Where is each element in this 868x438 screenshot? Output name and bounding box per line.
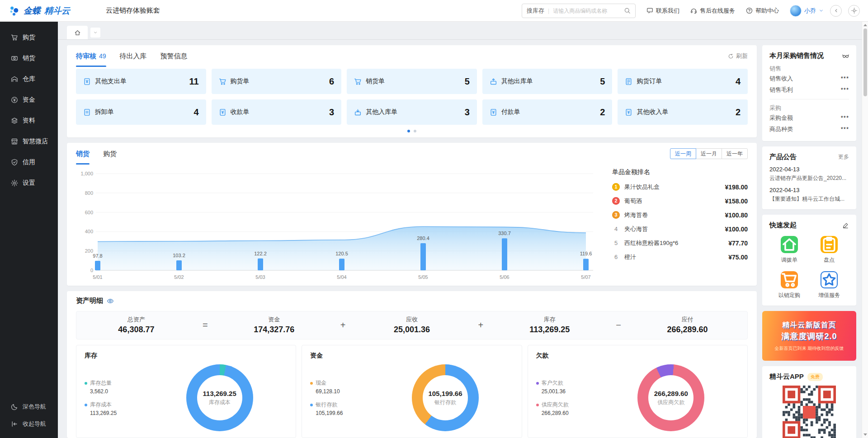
pager-dot-0[interactable] bbox=[407, 130, 410, 132]
search-category[interactable]: 搜库存 bbox=[527, 7, 544, 15]
sidebar-item-0[interactable]: 购货 bbox=[0, 27, 58, 48]
donut-center: 266,289.60 供应商欠款 bbox=[648, 375, 693, 420]
todo-tile-9[interactable]: 其他收入单 2 bbox=[618, 99, 748, 125]
svg-text:200: 200 bbox=[85, 248, 93, 254]
sidebar-item-label: 智慧微店 bbox=[23, 137, 48, 146]
scroll-down-arrow[interactable] bbox=[863, 433, 867, 436]
donut-center-label: 库存成本 bbox=[209, 399, 231, 406]
tile-label: 拆卸单 bbox=[95, 108, 114, 116]
panel-legend: 库存总量 3,562.0 库存成本 113,269.25 bbox=[85, 379, 151, 416]
medal-icon: 1 bbox=[612, 183, 620, 191]
todo-tile-2[interactable]: 销货单 5 bbox=[347, 69, 477, 94]
donut-center-label: 供应商欠款 bbox=[657, 399, 684, 406]
refresh-button[interactable]: 刷新 bbox=[728, 52, 748, 60]
todo-tab-0[interactable]: 待审核49 bbox=[76, 45, 106, 67]
ranking-row-1[interactable]: 2 葡萄酒 ¥158.00 bbox=[612, 194, 748, 208]
header-link-0[interactable]: 联系我们 bbox=[646, 7, 679, 15]
left-column: 待审核49待出入库预警信息 刷新 其他支出单 11 购货单 6 销货单 5 其他… bbox=[67, 45, 757, 438]
notice-text: 【重要通知】精斗云工作台城... bbox=[769, 195, 849, 203]
quick-action-1[interactable]: 盘点 bbox=[809, 236, 849, 264]
target-circle-button[interactable] bbox=[848, 5, 860, 17]
sidebar-item-label: 销货 bbox=[23, 54, 35, 62]
todo-tile-4[interactable]: 购货订单 4 bbox=[618, 69, 748, 94]
sales-tab-1[interactable]: 购货 bbox=[103, 143, 117, 165]
sidebar-item-label: 信用 bbox=[23, 158, 35, 166]
ranking-row-4[interactable]: 5 西红柿意粉酱190g*6 ¥77.70 bbox=[612, 236, 748, 250]
sidebar-item-4[interactable]: 资料 bbox=[0, 110, 58, 131]
quick-action-0[interactable]: 调拨单 bbox=[769, 236, 809, 264]
section-divider bbox=[769, 99, 849, 99]
todo-tile-5[interactable]: 拆卸单 4 bbox=[76, 99, 206, 125]
scroll-up-arrow[interactable] bbox=[863, 24, 867, 26]
notice-item-1[interactable]: 2022-04-13 【重要通知】精斗云工作台城... bbox=[769, 187, 849, 203]
todo-tab-1[interactable]: 待出入库 bbox=[120, 45, 147, 67]
todo-tab-2[interactable]: 预警信息 bbox=[160, 45, 188, 67]
avatar[interactable] bbox=[790, 5, 802, 17]
sidebar-footer-item-0[interactable]: 深色导航 bbox=[0, 398, 58, 415]
header-link-2[interactable]: 帮助中心 bbox=[746, 7, 779, 15]
more-link[interactable]: 更多 bbox=[838, 153, 849, 161]
stocktake-icon bbox=[821, 236, 838, 253]
scrollbar-thumb[interactable] bbox=[863, 28, 867, 96]
medal-icon: 3 bbox=[612, 211, 620, 219]
todo-tile-1[interactable]: 购货单 6 bbox=[212, 69, 342, 94]
box-out-icon bbox=[490, 78, 497, 85]
todo-tile-8[interactable]: 付款单 2 bbox=[482, 99, 613, 125]
account-title: 云进销存体验账套 bbox=[106, 6, 160, 15]
sidebar-item-3[interactable]: 资金 bbox=[0, 89, 58, 110]
question-icon bbox=[746, 7, 753, 14]
search-box[interactable]: 搜库存 | bbox=[522, 4, 636, 18]
sidebar-item-7[interactable]: 设置 bbox=[0, 173, 58, 193]
ranking-row-2[interactable]: 3 烤海苔卷 ¥100.80 bbox=[612, 208, 748, 222]
notice-item-0[interactable]: 2022-04-13 云进销存产品更新公告_20220... bbox=[769, 166, 849, 182]
eye-icon[interactable] bbox=[107, 297, 114, 305]
svg-text:97.8: 97.8 bbox=[93, 253, 102, 259]
range-button-0[interactable]: 近一周 bbox=[670, 148, 696, 159]
formula-item-0: 总资产 46,308.77 bbox=[76, 316, 196, 334]
sidebar-footer-item-1[interactable]: 收起导航 bbox=[0, 415, 58, 433]
legend-value: 69,128.10 bbox=[316, 388, 377, 395]
box-in-icon bbox=[354, 108, 362, 116]
pager-dot-1[interactable] bbox=[414, 130, 416, 132]
todo-tile-0[interactable]: 其他支出单 11 bbox=[76, 69, 206, 94]
qr-code-image bbox=[783, 386, 836, 438]
promo-banner[interactable]: 精斗云新版首页 满意度调研2.0 全新首页已到来 期待收到您的反馈 bbox=[762, 311, 856, 361]
sales-tab-0[interactable]: 销货 bbox=[76, 143, 90, 165]
ranking-row-0[interactable]: 1 果汁饮品礼盒 ¥198.00 bbox=[612, 180, 748, 194]
sidebar-item-6[interactable]: 信用 bbox=[0, 152, 58, 173]
svg-text:5/06: 5/06 bbox=[500, 274, 509, 280]
sidebar-item-1[interactable]: 销货 bbox=[0, 48, 58, 69]
sidebar-item-5[interactable]: 智慧微店 bbox=[0, 131, 58, 152]
search-input[interactable] bbox=[553, 8, 620, 14]
user-menu[interactable]: 小乔 bbox=[790, 5, 824, 17]
todo-tile-3[interactable]: 其他出库单 5 bbox=[482, 69, 613, 94]
app-logo[interactable]: 金蝶 精斗云 bbox=[8, 5, 76, 17]
sidebar-item-2[interactable]: 仓库 bbox=[0, 69, 58, 89]
ranking-row-5[interactable]: 6 橙汁 ¥75.00 bbox=[612, 250, 748, 264]
home-tab[interactable] bbox=[67, 26, 88, 39]
quick-action-3[interactable]: 增值服务 bbox=[809, 271, 849, 299]
tile-label: 其他收入单 bbox=[637, 108, 668, 116]
sidebar-footer-label: 深色导航 bbox=[23, 403, 46, 411]
section-heading: 采购 bbox=[769, 104, 849, 112]
quick-action-label: 以销定购 bbox=[778, 292, 800, 299]
back-circle-button[interactable] bbox=[830, 5, 842, 17]
header-link-1[interactable]: 售后在线服务 bbox=[690, 7, 735, 15]
range-button-1[interactable]: 近一月 bbox=[696, 148, 722, 159]
edit-icon[interactable] bbox=[842, 222, 849, 229]
notice-card: 产品公告 更多 2022-04-13 云进销存产品更新公告_20220... 2… bbox=[762, 146, 856, 209]
todo-tile-6[interactable]: 收款单 3 bbox=[212, 99, 342, 125]
search-icon[interactable] bbox=[624, 7, 631, 14]
free-badge: 免费 bbox=[807, 373, 823, 381]
glasses-icon[interactable] bbox=[842, 52, 849, 59]
tile-count: 6 bbox=[329, 76, 334, 87]
range-button-2[interactable]: 近一年 bbox=[722, 148, 748, 159]
quick-action-2[interactable]: 以销定购 bbox=[769, 271, 809, 299]
tab-dropdown-button[interactable] bbox=[90, 28, 100, 38]
content-area: 待审核49待出入库预警信息 刷新 其他支出单 11 购货单 6 销货单 5 其他… bbox=[58, 40, 862, 438]
todo-tile-7[interactable]: 其他入库单 3 bbox=[347, 99, 477, 125]
right-column: 本月采购销售情况 销售 销售收入 *** 销售毛利 *** 采购 采购金额 **… bbox=[762, 45, 856, 438]
ranking-row-3[interactable]: 4 夹心海苔 ¥100.00 bbox=[612, 222, 748, 236]
tab-count: 49 bbox=[99, 52, 106, 60]
vertical-scrollbar[interactable] bbox=[862, 22, 868, 438]
